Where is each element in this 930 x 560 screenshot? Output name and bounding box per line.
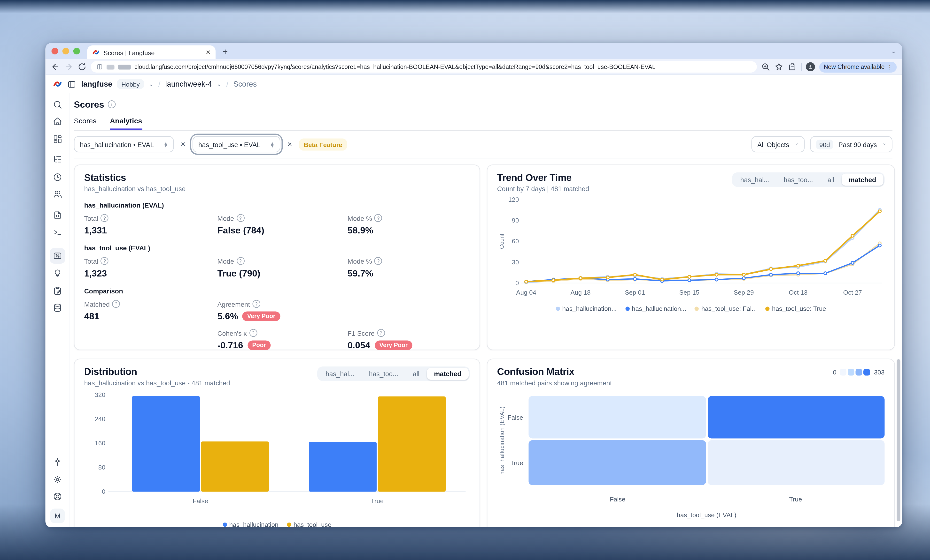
close-window-button[interactable] <box>52 48 59 55</box>
new-tab-button[interactable]: + <box>219 45 231 57</box>
help-icon[interactable] <box>101 257 109 265</box>
section-name: has_tool_use (EVAL) <box>84 244 470 252</box>
main-content: Scores Scores Analytics has_hallucinatio… <box>70 93 902 527</box>
org-chevron-icon[interactable]: ⌄ <box>149 81 153 87</box>
zoom-icon[interactable] <box>761 62 770 72</box>
browser-profile-avatar[interactable] <box>806 62 815 72</box>
chrome-update-button[interactable]: New Chrome available <box>819 61 896 72</box>
distribution-tab-matched[interactable]: matched <box>427 368 469 380</box>
trend-tab-matched[interactable]: matched <box>841 174 883 186</box>
distribution-tab-score2[interactable]: has_too... <box>362 368 406 380</box>
status-badge: Poor <box>247 340 271 350</box>
svg-text:False: False <box>192 497 208 505</box>
distribution-bar-chart: 080160240320FalseTrue <box>84 388 470 520</box>
forward-button[interactable] <box>64 62 73 72</box>
tab-list-chevron-icon[interactable]: ⌄ <box>891 48 896 55</box>
project-chevron-icon[interactable]: ⌄ <box>217 81 221 87</box>
help-icon[interactable] <box>377 329 385 337</box>
search-icon[interactable] <box>52 99 63 110</box>
updown-chevrons-icon <box>270 141 274 147</box>
browser-tab-strip: Scores | Langfuse ✕ + ⌄ <box>46 43 902 60</box>
langfuse-app: langfuse Hobby ⌄ / launchweek-4 ⌄ / Scor… <box>46 75 902 527</box>
back-button[interactable] <box>51 62 60 72</box>
info-icon[interactable] <box>108 100 116 108</box>
help-icon[interactable] <box>374 214 382 222</box>
help-icon[interactable] <box>101 214 109 222</box>
help-icon[interactable] <box>112 300 120 308</box>
updown-chevrons-icon <box>164 141 168 147</box>
user-avatar[interactable]: M <box>50 509 65 523</box>
tab-scores[interactable]: Scores <box>74 117 96 130</box>
remove-score1-button[interactable] <box>179 140 187 149</box>
svg-text:Oct 13: Oct 13 <box>789 289 807 296</box>
scrollbar-thumb[interactable] <box>897 359 901 521</box>
upgrade-sparkle-icon[interactable] <box>52 457 63 467</box>
trend-subtitle: Count by 7 days | 481 matched <box>497 185 589 192</box>
sessions-clock-icon[interactable] <box>52 172 63 182</box>
support-lifebuoy-icon[interactable] <box>52 491 63 502</box>
legend-item: has_hallucination... <box>556 305 617 312</box>
prompts-file-icon[interactable] <box>52 210 63 220</box>
statistics-title: Statistics <box>84 172 470 183</box>
object-type-value: All Objects <box>757 141 789 148</box>
tab-close-icon[interactable]: ✕ <box>206 49 211 56</box>
confusion-cell-true-true[interactable] <box>707 440 884 485</box>
zoom-window-button[interactable] <box>73 48 80 55</box>
tracing-icon[interactable] <box>52 155 63 165</box>
help-icon[interactable] <box>236 214 244 222</box>
help-icon[interactable] <box>236 257 244 265</box>
object-type-select[interactable]: All Objects <box>751 136 805 153</box>
annotations-clipboard-icon[interactable] <box>52 285 63 296</box>
svg-text:Aug 04: Aug 04 <box>516 289 536 296</box>
remove-score2-button[interactable] <box>286 140 294 149</box>
breadcrumb-divider: / <box>158 80 160 89</box>
confusion-cell-false-false[interactable] <box>529 396 706 439</box>
confusion-cell-true-false[interactable] <box>529 440 706 485</box>
playground-terminal-icon[interactable] <box>52 227 63 238</box>
legend-item: has_tool_use <box>287 521 331 528</box>
distribution-tab-score1[interactable]: has_hal... <box>318 368 362 380</box>
trend-tab-score1[interactable]: has_hal... <box>733 174 776 186</box>
confusion-col-labels: False True <box>529 496 885 503</box>
help-icon[interactable] <box>374 257 382 265</box>
bookmark-star-icon[interactable] <box>774 62 784 72</box>
metric-modepct-score2: Mode % 59.7% <box>348 257 470 278</box>
insights-lightbulb-icon[interactable] <box>52 268 63 279</box>
reload-button[interactable] <box>77 62 87 72</box>
site-info-icon[interactable] <box>96 64 103 71</box>
trend-tab-score2[interactable]: has_too... <box>776 174 820 186</box>
score1-select[interactable]: has_hallucination • EVAL <box>74 136 174 153</box>
kebab-menu-icon[interactable] <box>887 64 893 71</box>
redacted-chip <box>118 64 131 69</box>
score2-select[interactable]: has_tool_use • EVAL <box>192 136 280 153</box>
dashboards-icon[interactable] <box>52 134 63 144</box>
svg-text:Sep 01: Sep 01 <box>625 289 645 296</box>
confusion-cell-false-true[interactable] <box>707 396 884 439</box>
datasets-database-icon[interactable] <box>52 302 63 313</box>
tab-analytics[interactable]: Analytics <box>110 117 142 130</box>
date-range-select[interactable]: 90d Past 90 days <box>810 136 893 153</box>
sidebar-toggle-icon[interactable] <box>67 80 77 89</box>
help-icon[interactable] <box>253 300 260 308</box>
settings-gear-icon[interactable] <box>52 474 63 485</box>
help-icon[interactable] <box>249 329 257 337</box>
distribution-subtitle: has_hallucination vs has_tool_use - 481 … <box>84 379 230 387</box>
window-controls <box>52 48 80 55</box>
url-text[interactable]: cloud.langfuse.com/project/cmhnuoj660007… <box>134 64 656 71</box>
page-tabs: Scores Analytics <box>74 117 893 131</box>
users-icon[interactable] <box>52 189 63 199</box>
project-name[interactable]: launchweek-4 <box>165 80 212 88</box>
org-name[interactable]: langfuse <box>81 80 112 88</box>
extensions-icon[interactable] <box>788 62 797 72</box>
distribution-tab-all[interactable]: all <box>405 368 427 380</box>
langfuse-favicon <box>92 48 100 56</box>
svg-text:0: 0 <box>102 488 105 495</box>
browser-tab[interactable]: Scores | Langfuse ✕ <box>87 46 216 60</box>
scores-icon-active[interactable] <box>50 248 65 264</box>
minimize-window-button[interactable] <box>63 48 69 55</box>
url-bar[interactable]: cloud.langfuse.com/project/cmhnuoj660007… <box>91 61 757 73</box>
home-icon[interactable] <box>52 117 63 127</box>
trend-tab-all[interactable]: all <box>820 174 842 186</box>
browser-toolbar: cloud.langfuse.com/project/cmhnuoj660007… <box>46 59 902 75</box>
scale-swatch <box>864 369 870 376</box>
